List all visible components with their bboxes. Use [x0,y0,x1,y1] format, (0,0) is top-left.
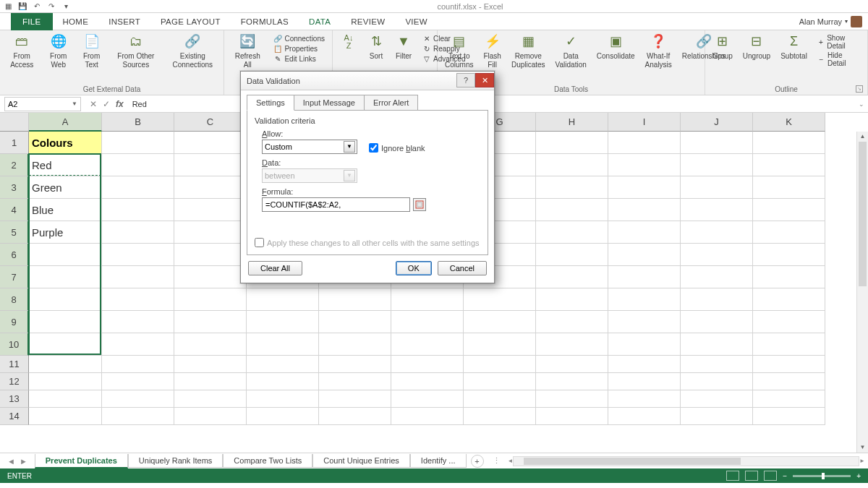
cell-E9[interactable] [319,311,391,333]
filter-button[interactable]: ▼Filter [391,32,417,62]
tab-home[interactable]: HOME [53,13,99,30]
cell-G13[interactable] [464,390,536,408]
sheet-tab-prevent-duplicates[interactable]: Prevent Duplicates [35,454,128,468]
cell-H2[interactable] [536,154,608,176]
name-box[interactable]: A2 ▼ [4,97,81,111]
cell-J4[interactable] [681,199,753,221]
cancel-edit-icon[interactable]: ✕ [90,99,97,109]
row-header-8[interactable]: 8 [0,288,29,311]
text-to-columns-button[interactable]: ▤Text to Columns [441,32,477,71]
ungroup-button[interactable]: ⊟Ungroup [739,32,775,62]
cell-H4[interactable] [536,199,608,221]
subtotal-button[interactable]: ΣSubtotal [776,32,812,62]
cancel-button[interactable]: Cancel [438,261,487,275]
cell-C10[interactable] [174,333,247,356]
cell-F13[interactable] [391,390,464,408]
zoom-slider[interactable] [793,475,851,477]
cell-A13[interactable] [29,390,102,408]
cell-B11[interactable] [102,356,174,373]
cell-G10[interactable] [464,333,536,356]
cell-J7[interactable] [681,266,753,288]
ignore-blank-input[interactable] [369,143,378,153]
cell-F10[interactable] [391,333,464,356]
cell-J9[interactable] [681,311,753,333]
cell-J3[interactable] [681,176,753,199]
cell-D10[interactable] [247,333,319,356]
cell-J5[interactable] [681,221,753,244]
column-header-J[interactable]: J [681,113,753,132]
from-text-button[interactable]: 📄From Text [76,32,107,71]
add-sheet-button[interactable]: + [471,455,484,468]
cell-K13[interactable] [753,390,825,408]
cell-B3[interactable] [102,176,174,199]
remove-duplicates-button[interactable]: ▦Remove Duplicates [507,32,550,71]
cell-H9[interactable] [536,311,608,333]
expand-formula-bar-icon[interactable]: ⌄ [855,100,868,108]
cell-G11[interactable] [464,356,536,373]
column-header-K[interactable]: K [753,113,825,132]
cell-K3[interactable] [753,176,825,199]
consolidate-button[interactable]: ▣Consolidate [592,32,639,62]
cell-F14[interactable] [391,408,464,425]
row-header-3[interactable]: 3 [0,176,29,199]
cell-H10[interactable] [536,333,608,356]
cell-G8[interactable] [464,288,536,311]
column-header-B[interactable]: B [102,113,174,132]
dialog-tab-settings[interactable]: Settings [247,95,294,111]
cell-B10[interactable] [102,333,174,356]
scroll-thumb[interactable] [859,142,867,286]
cell-C12[interactable] [174,373,247,390]
cell-J2[interactable] [681,154,753,176]
cell-I4[interactable] [608,199,681,221]
cell-A8[interactable] [29,288,102,311]
tab-data[interactable]: DATA [299,13,341,30]
dialog-titlebar[interactable]: Data Validation ? ✕ [241,72,494,90]
hscroll-right-icon[interactable]: ► [859,458,865,464]
cell-A5[interactable]: Purple [29,221,102,244]
cell-B4[interactable] [102,199,174,221]
cell-G14[interactable] [464,408,536,425]
cell-C2[interactable] [174,154,247,176]
cell-H14[interactable] [536,408,608,425]
cell-A2[interactable]: Red [29,154,102,176]
user-account[interactable]: Alan Murray ▾ [799,16,862,27]
cell-A14[interactable] [29,408,102,425]
vertical-scrollbar[interactable]: ▲ ▼ [856,132,868,453]
row-header-1[interactable]: 1 [0,132,29,154]
cell-C3[interactable] [174,176,247,199]
row-header-14[interactable]: 14 [0,408,29,425]
cell-J13[interactable] [681,390,753,408]
cell-C4[interactable] [174,199,247,221]
cell-F9[interactable] [391,311,464,333]
from-other-sources-button[interactable]: 🗂From Other Sources [109,32,163,71]
tab-view[interactable]: VIEW [395,13,438,30]
cell-H13[interactable] [536,390,608,408]
dialog-help-button[interactable]: ? [456,73,475,87]
cell-A12[interactable] [29,373,102,390]
row-header-9[interactable]: 9 [0,311,29,333]
cell-H6[interactable] [536,244,608,266]
cell-C11[interactable] [174,356,247,373]
cell-D11[interactable] [247,356,319,373]
cell-J11[interactable] [681,356,753,373]
cell-K10[interactable] [753,333,825,356]
cell-A7[interactable] [29,266,102,288]
apply-all-checkbox[interactable]: Apply these changes to all other cells w… [255,238,480,247]
cell-B9[interactable] [102,311,174,333]
ok-button[interactable]: OK [396,261,432,275]
edit-links-button[interactable]: ✎Edit Links [271,53,328,64]
cell-I12[interactable] [608,373,681,390]
cell-J14[interactable] [681,408,753,425]
accept-edit-icon[interactable]: ✓ [103,99,110,109]
from-web-button[interactable]: 🌐From Web [43,32,75,71]
cell-I1[interactable] [608,132,681,154]
cell-J8[interactable] [681,288,753,311]
cell-E13[interactable] [319,390,391,408]
cell-C1[interactable] [174,132,247,154]
cell-J1[interactable] [681,132,753,154]
connections-button[interactable]: 🔗Connections [271,33,328,43]
redo-icon[interactable]: ↷ [46,1,56,12]
page-layout-view-icon[interactable] [745,471,758,481]
horizontal-scrollbar[interactable] [513,456,859,466]
save-icon[interactable]: 💾 [17,1,27,12]
